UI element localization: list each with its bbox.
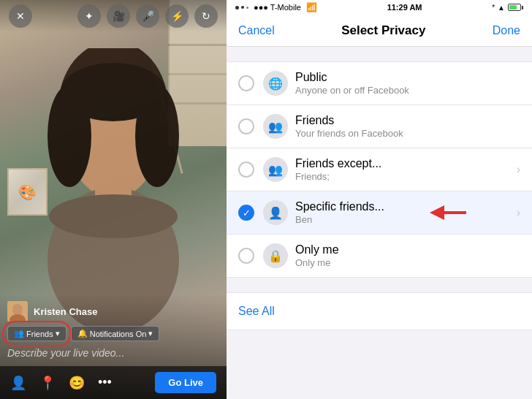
flash-button[interactable]: ⚡ (165, 4, 189, 28)
only-me-text: Only me Only me (295, 243, 520, 268)
done-button[interactable]: Done (493, 24, 520, 37)
location-icon[interactable]: 📍 (39, 375, 56, 391)
friends-label: Friends (26, 330, 53, 338)
bottom-bar: 👤 📍 😊 ••• Go Live (0, 366, 227, 399)
privacy-controls: 👥 Friends ▾ 🔔 Notifications On ▾ (7, 326, 219, 341)
friends-desc: Your friends on Facebook (295, 128, 520, 139)
add-friend-icon[interactable]: 👤 (10, 375, 26, 391)
privacy-panel: ●●● T-Mobile 📶 11:29 AM * ▲ Cancel Selec… (227, 0, 532, 399)
describe-placeholder[interactable]: Describe your live video... (7, 347, 219, 359)
friends-icon: 👥 (14, 329, 24, 338)
checkmark-icon: ✓ (243, 208, 251, 218)
public-desc: Anyone on or off Facebook (295, 85, 520, 96)
friends-privacy-button[interactable]: 👥 Friends ▾ (7, 326, 66, 341)
bg-stair-3 (168, 44, 227, 46)
friends-icon-container: 👥 (263, 114, 288, 139)
nav-bar: Cancel Select Privacy Done (227, 15, 532, 47)
red-arrow (430, 205, 466, 220)
signal-dot-1 (235, 6, 239, 10)
radio-specific-friends: ✓ (238, 205, 254, 221)
see-all-button[interactable]: See All (227, 292, 532, 330)
svg-point-4 (135, 85, 179, 187)
public-icon-container: 🌐 (263, 71, 288, 96)
avatar (7, 301, 28, 322)
radio-only-me (238, 248, 254, 264)
effects-icon: ✦ (85, 10, 94, 22)
battery-icon (508, 4, 523, 11)
friends-except-icon: 👥 (268, 163, 283, 177)
cancel-button[interactable]: Cancel (238, 24, 275, 37)
mic-button[interactable]: 🎤 (136, 4, 159, 28)
signal-bars-icon: ▲ (498, 4, 505, 12)
privacy-item-specific-friends[interactable]: ✓ 👤 Specific friends... Ben › (227, 191, 532, 235)
battery-body (508, 4, 521, 11)
camera-switch-button[interactable]: 🎥 (107, 4, 130, 28)
nav-title: Select Privacy (341, 23, 425, 38)
friends-except-desc: Friends; (295, 171, 517, 182)
friends-people-icon: 👥 (268, 120, 283, 134)
privacy-list: 🌐 Public Anyone on or off Facebook 👥 Fri… (227, 47, 532, 399)
arrow-head (430, 205, 444, 220)
notifications-button[interactable]: 🔔 Notifications On ▾ (71, 326, 160, 341)
status-time: 11:29 AM (387, 3, 422, 12)
public-name: Public (295, 71, 520, 84)
privacy-item-friends[interactable]: 👥 Friends Your friends on Facebook (227, 105, 532, 148)
signal-dot-2 (241, 6, 244, 9)
specific-friends-name: Specific friends... (295, 200, 514, 213)
bluetooth-icon: * (492, 4, 495, 12)
emoji-icon[interactable]: 😊 (69, 375, 85, 391)
friends-name: Friends (295, 114, 520, 127)
more-button[interactable]: ↻ (194, 4, 218, 28)
signal-dot-3 (246, 7, 248, 9)
toolbar-icons: ✦ 🎥 🎤 ⚡ ↻ (77, 4, 218, 28)
notifications-dropdown-icon: ▾ (148, 329, 153, 338)
specific-chevron-right-icon: › (517, 206, 520, 219)
radio-friends-except (238, 162, 254, 178)
specific-friends-icon-container: 👤 (263, 200, 288, 225)
notifications-icon: 🔔 (77, 329, 88, 338)
only-me-name: Only me (295, 243, 520, 256)
chevron-right-icon: › (517, 163, 520, 176)
mic-icon: 🎤 (142, 10, 154, 22)
friends-except-icon-container: 👥 (263, 157, 288, 182)
privacy-item-public[interactable]: 🌐 Public Anyone on or off Facebook (227, 61, 532, 105)
go-live-button[interactable]: Go Live (155, 372, 216, 393)
friends-text: Friends Your friends on Facebook (295, 114, 520, 139)
top-toolbar: ✕ ✦ 🎥 🎤 ⚡ ↻ (0, 0, 227, 32)
status-bar: ●●● T-Mobile 📶 11:29 AM * ▲ (227, 0, 532, 15)
radio-public (238, 75, 254, 91)
public-text: Public Anyone on or off Facebook (295, 71, 520, 96)
effects-button[interactable]: ✦ (77, 4, 101, 28)
radio-friends (238, 118, 254, 134)
more-options-icon[interactable]: ••• (98, 375, 112, 391)
lock-icon: 🔒 (268, 249, 283, 263)
only-me-icon-container: 🔒 (263, 243, 288, 268)
flash-icon: ⚡ (171, 10, 183, 22)
status-icons: * ▲ (492, 4, 523, 12)
camera-icon: 🎥 (113, 10, 125, 22)
specific-friends-desc: Ben (295, 214, 514, 225)
friends-dropdown-icon: ▾ (56, 329, 60, 338)
privacy-item-only-me[interactable]: 🔒 Only me Only me (227, 235, 532, 278)
specific-friends-icon: 👤 (268, 206, 283, 220)
bottom-overlay: Kristen Chase 👥 Friends ▾ 🔔 Notification… (0, 294, 227, 399)
camera-panel: 🎨 ✕ ✦ (0, 0, 227, 399)
svg-point-9 (12, 304, 23, 316)
friends-except-text: Friends except... Friends; (295, 157, 517, 182)
close-icon: ✕ (16, 10, 25, 22)
camera-view: 🎨 ✕ ✦ (0, 0, 227, 399)
close-button[interactable]: ✕ (9, 4, 32, 28)
privacy-item-friends-except[interactable]: 👥 Friends except... Friends; › (227, 148, 532, 191)
status-carrier: ●●● T-Mobile 📶 (235, 2, 317, 12)
user-name: Kristen Chase (34, 306, 97, 317)
globe-icon: 🌐 (268, 77, 283, 91)
more-icon: ↻ (202, 10, 210, 22)
carrier-name: ●●● T-Mobile (254, 3, 301, 12)
wifi-icon: 📶 (306, 2, 317, 12)
battery-fill (509, 5, 517, 10)
only-me-desc: Only me (295, 257, 520, 268)
arrow-shaft (444, 211, 466, 214)
specific-friends-text: Specific friends... Ben (295, 200, 514, 225)
user-info: Kristen Chase (7, 301, 219, 322)
notifications-label: Notifications On (90, 330, 147, 338)
